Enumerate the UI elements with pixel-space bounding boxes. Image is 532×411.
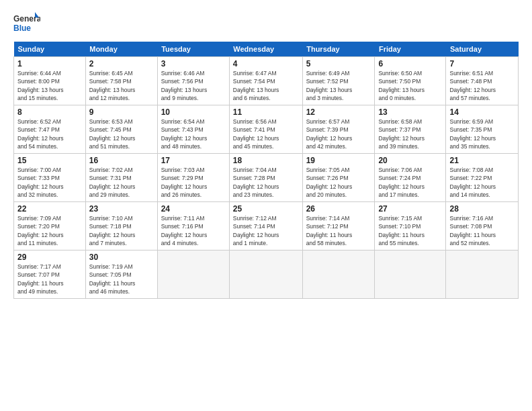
day-cell: 10Sunrise: 6:54 AMSunset: 7:43 PMDayligh…: [157, 105, 229, 154]
week-row-2: 8Sunrise: 6:52 AMSunset: 7:47 PMDaylight…: [14, 105, 519, 154]
day-info: Sunrise: 7:11 AMSunset: 7:16 PMDaylight:…: [161, 215, 208, 246]
day-info: Sunrise: 7:00 AMSunset: 7:33 PMDaylight:…: [17, 167, 64, 198]
calendar-table: SundayMondayTuesdayWednesdayThursdayFrid…: [13, 42, 519, 299]
week-row-5: 29Sunrise: 7:17 AMSunset: 7:07 PMDayligh…: [14, 250, 519, 299]
day-info: Sunrise: 7:03 AMSunset: 7:29 PMDaylight:…: [161, 167, 208, 198]
day-cell: 9Sunrise: 6:53 AMSunset: 7:45 PMDaylight…: [85, 105, 157, 154]
day-info: Sunrise: 6:53 AMSunset: 7:45 PMDaylight:…: [89, 118, 136, 150]
page: General Blue SundayMondayTuesdayWednesda…: [0, 0, 532, 411]
day-info: Sunrise: 7:10 AMSunset: 7:18 PMDaylight:…: [89, 215, 136, 246]
day-cell: 25Sunrise: 7:12 AMSunset: 7:14 PMDayligh…: [229, 202, 302, 250]
day-cell: 13Sunrise: 6:58 AMSunset: 7:37 PMDayligh…: [375, 105, 446, 154]
day-number: 23: [89, 204, 154, 214]
day-cell: 17Sunrise: 7:03 AMSunset: 7:29 PMDayligh…: [157, 154, 229, 202]
col-header-monday: Monday: [85, 42, 157, 57]
day-number: 3: [161, 59, 226, 68]
day-number: 16: [89, 156, 154, 165]
day-number: 26: [306, 204, 371, 214]
col-header-thursday: Thursday: [302, 42, 375, 57]
day-info: Sunrise: 7:14 AMSunset: 7:12 PMDaylight:…: [306, 215, 353, 246]
day-number: 20: [378, 156, 442, 165]
day-number: 6: [378, 59, 442, 68]
day-cell: 6Sunrise: 6:50 AMSunset: 7:50 PMDaylight…: [375, 57, 446, 105]
header: General Blue: [13, 11, 519, 35]
day-info: Sunrise: 6:58 AMSunset: 7:37 PMDaylight:…: [378, 118, 425, 150]
day-cell: 7Sunrise: 6:51 AMSunset: 7:48 PMDaylight…: [446, 57, 519, 105]
day-cell: 21Sunrise: 7:08 AMSunset: 7:22 PMDayligh…: [446, 154, 519, 202]
day-info: Sunrise: 6:50 AMSunset: 7:50 PMDaylight:…: [378, 70, 425, 101]
day-cell: [229, 250, 302, 299]
day-cell: 22Sunrise: 7:09 AMSunset: 7:20 PMDayligh…: [14, 202, 86, 250]
day-cell: [375, 250, 446, 299]
day-cell: 1Sunrise: 6:44 AMSunset: 8:00 PMDaylight…: [14, 57, 86, 105]
day-cell: 2Sunrise: 6:45 AMSunset: 7:58 PMDaylight…: [85, 57, 157, 105]
day-cell: 28Sunrise: 7:16 AMSunset: 7:08 PMDayligh…: [446, 202, 519, 250]
col-header-tuesday: Tuesday: [157, 42, 229, 57]
day-cell: 15Sunrise: 7:00 AMSunset: 7:33 PMDayligh…: [14, 154, 86, 202]
day-number: 28: [449, 204, 515, 214]
day-info: Sunrise: 6:54 AMSunset: 7:43 PMDaylight:…: [161, 118, 208, 150]
day-number: 27: [378, 204, 442, 214]
day-cell: 16Sunrise: 7:02 AMSunset: 7:31 PMDayligh…: [85, 154, 157, 202]
day-cell: 5Sunrise: 6:49 AMSunset: 7:52 PMDaylight…: [302, 57, 375, 105]
day-cell: 12Sunrise: 6:57 AMSunset: 7:39 PMDayligh…: [302, 105, 375, 154]
day-cell: [446, 250, 519, 299]
day-cell: 19Sunrise: 7:05 AMSunset: 7:26 PMDayligh…: [302, 154, 375, 202]
day-number: 13: [378, 107, 442, 117]
day-info: Sunrise: 6:47 AMSunset: 7:54 PMDaylight:…: [233, 70, 279, 101]
day-info: Sunrise: 7:16 AMSunset: 7:08 PMDaylight:…: [449, 215, 496, 246]
day-number: 22: [17, 204, 82, 214]
day-cell: 20Sunrise: 7:06 AMSunset: 7:24 PMDayligh…: [375, 154, 446, 202]
logo: General Blue: [13, 11, 40, 35]
day-info: Sunrise: 6:56 AMSunset: 7:41 PMDaylight:…: [233, 118, 279, 150]
day-info: Sunrise: 6:44 AMSunset: 8:00 PMDaylight:…: [17, 70, 64, 101]
day-info: Sunrise: 7:12 AMSunset: 7:14 PMDaylight:…: [233, 215, 279, 246]
day-info: Sunrise: 7:09 AMSunset: 7:20 PMDaylight:…: [17, 215, 64, 246]
day-info: Sunrise: 7:04 AMSunset: 7:28 PMDaylight:…: [233, 167, 279, 198]
day-cell: [302, 250, 375, 299]
day-number: 10: [161, 107, 226, 117]
day-number: 25: [233, 204, 299, 214]
col-header-sunday: Sunday: [14, 42, 86, 57]
day-cell: 30Sunrise: 7:19 AMSunset: 7:05 PMDayligh…: [85, 250, 157, 299]
week-row-3: 15Sunrise: 7:00 AMSunset: 7:33 PMDayligh…: [14, 154, 519, 202]
day-cell: 8Sunrise: 6:52 AMSunset: 7:47 PMDaylight…: [14, 105, 86, 154]
day-cell: 3Sunrise: 6:46 AMSunset: 7:56 PMDaylight…: [157, 57, 229, 105]
day-info: Sunrise: 7:05 AMSunset: 7:26 PMDaylight:…: [306, 167, 353, 198]
day-info: Sunrise: 6:59 AMSunset: 7:35 PMDaylight:…: [449, 118, 496, 150]
day-cell: 14Sunrise: 6:59 AMSunset: 7:35 PMDayligh…: [446, 105, 519, 154]
header-row: SundayMondayTuesdayWednesdayThursdayFrid…: [14, 42, 519, 57]
day-info: Sunrise: 6:57 AMSunset: 7:39 PMDaylight:…: [306, 118, 353, 150]
day-cell: 24Sunrise: 7:11 AMSunset: 7:16 PMDayligh…: [157, 202, 229, 250]
day-info: Sunrise: 7:15 AMSunset: 7:10 PMDaylight:…: [378, 215, 425, 246]
col-header-wednesday: Wednesday: [229, 42, 302, 57]
day-number: 9: [89, 107, 154, 117]
col-header-friday: Friday: [375, 42, 446, 57]
day-info: Sunrise: 6:46 AMSunset: 7:56 PMDaylight:…: [161, 70, 208, 101]
day-info: Sunrise: 7:19 AMSunset: 7:05 PMDaylight:…: [89, 263, 136, 295]
day-number: 14: [449, 107, 515, 117]
week-row-1: 1Sunrise: 6:44 AMSunset: 8:00 PMDaylight…: [14, 57, 519, 105]
day-cell: 29Sunrise: 7:17 AMSunset: 7:07 PMDayligh…: [14, 250, 86, 299]
day-info: Sunrise: 7:02 AMSunset: 7:31 PMDaylight:…: [89, 167, 136, 198]
svg-text:Blue: Blue: [13, 24, 31, 33]
day-info: Sunrise: 7:06 AMSunset: 7:24 PMDaylight:…: [378, 167, 425, 198]
day-cell: 4Sunrise: 6:47 AMSunset: 7:54 PMDaylight…: [229, 57, 302, 105]
week-row-4: 22Sunrise: 7:09 AMSunset: 7:20 PMDayligh…: [14, 202, 519, 250]
day-cell: 11Sunrise: 6:56 AMSunset: 7:41 PMDayligh…: [229, 105, 302, 154]
col-header-saturday: Saturday: [446, 42, 519, 57]
day-number: 7: [449, 59, 515, 68]
day-number: 12: [306, 107, 371, 117]
day-number: 19: [306, 156, 371, 165]
day-number: 4: [233, 59, 299, 68]
day-number: 5: [306, 59, 371, 68]
day-number: 2: [89, 59, 154, 68]
day-info: Sunrise: 6:49 AMSunset: 7:52 PMDaylight:…: [306, 70, 353, 101]
day-info: Sunrise: 6:51 AMSunset: 7:48 PMDaylight:…: [449, 70, 496, 101]
day-number: 18: [233, 156, 299, 165]
day-info: Sunrise: 7:17 AMSunset: 7:07 PMDaylight:…: [17, 263, 64, 295]
day-number: 17: [161, 156, 226, 165]
day-cell: [157, 250, 229, 299]
day-number: 21: [449, 156, 515, 165]
day-cell: 26Sunrise: 7:14 AMSunset: 7:12 PMDayligh…: [302, 202, 375, 250]
